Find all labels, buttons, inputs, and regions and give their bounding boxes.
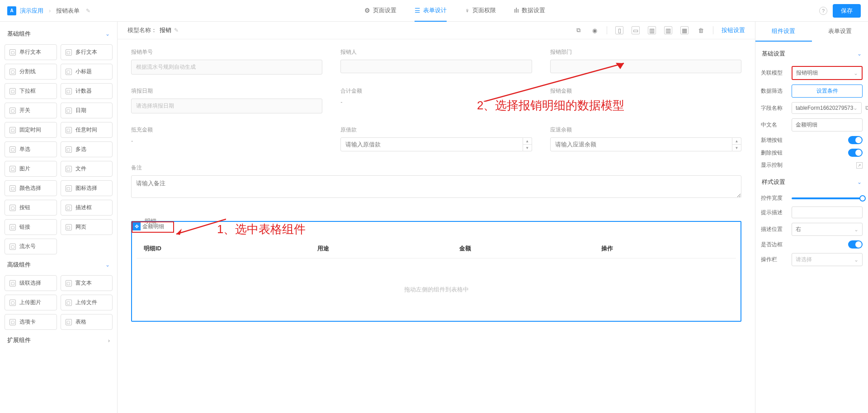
component-item[interactable]: ▢多选 — [61, 141, 113, 157]
nav-form-design[interactable]: ☰表单设计 — [415, 0, 447, 22]
number-input[interactable] — [550, 137, 732, 151]
preview-icon[interactable]: ◉ — [590, 26, 599, 34]
field-input[interactable] — [340, 60, 532, 73]
component-item[interactable]: ▢链接 — [5, 219, 57, 235]
component-item[interactable]: ▢上传文件 — [61, 295, 113, 310]
width-slider[interactable] — [792, 197, 863, 199]
copy-icon[interactable]: ⧉ — [865, 104, 868, 112]
component-item[interactable]: ▢单行文本 — [5, 44, 57, 60]
model-select[interactable]: 报销明细⌄ — [792, 66, 863, 80]
group-advanced[interactable]: 高级组件⌄ — [5, 257, 113, 272]
field-reimburse[interactable]: 报销金额- — [550, 87, 741, 113]
field-dept[interactable]: 报销部门 — [550, 48, 741, 75]
component-item[interactable]: ▢计数器 — [61, 83, 113, 99]
field-label: 应退余额 — [550, 126, 741, 134]
switch-toggle[interactable] — [848, 149, 863, 157]
opbar-select[interactable]: 请选择⌄ — [792, 253, 863, 266]
up-icon[interactable]: ▲ — [523, 138, 532, 145]
switch-toggle[interactable] — [848, 240, 863, 249]
field-person[interactable]: 报销人 — [340, 48, 532, 75]
component-item[interactable]: ▢固定时间 — [5, 122, 57, 138]
field-remark[interactable]: 备注 — [131, 164, 741, 199]
component-item[interactable]: ▢单选 — [5, 141, 57, 157]
switch-toggle[interactable] — [848, 136, 863, 144]
component-item[interactable]: ▢上传图片 — [5, 295, 57, 310]
field-label: 报销人 — [340, 48, 532, 56]
component-item[interactable]: ▢日期 — [61, 103, 113, 118]
field-name-input[interactable]: tableForm16620279573⌄ — [792, 102, 862, 114]
tab-form[interactable]: 表单设置 — [812, 22, 868, 42]
component-item[interactable]: ▢网页 — [61, 219, 113, 235]
field-input[interactable]: 根据流水号规则自动生成 — [131, 60, 322, 75]
tab-component[interactable]: 组件设置 — [755, 22, 812, 42]
component-item[interactable]: ▢图片 — [5, 161, 57, 177]
edit-icon[interactable]: ↗ — [856, 162, 863, 169]
link-icon[interactable]: ⧉ — [574, 26, 582, 34]
field-total[interactable]: 合计金额- — [340, 87, 532, 113]
breadcrumb-app[interactable]: 演示应用 — [20, 7, 43, 15]
component-item[interactable]: ▢开关 — [5, 103, 57, 118]
component-item[interactable]: ▢描述框 — [61, 200, 113, 216]
field-input[interactable] — [550, 60, 741, 73]
table-column-header[interactable]: 操作 — [594, 239, 736, 258]
edit-icon[interactable]: ✎ — [174, 27, 179, 33]
component-item[interactable]: ▢流水号 — [5, 239, 57, 254]
save-button[interactable]: 保存 — [833, 4, 861, 18]
table-column-header[interactable]: 金额 — [452, 239, 594, 258]
layout-5-icon[interactable]: ▦ — [680, 26, 689, 34]
textarea[interactable] — [131, 175, 741, 198]
component-item[interactable]: ▢小标题 — [61, 64, 113, 80]
field-date[interactable]: 填报日期请选择填报日期 — [131, 87, 322, 113]
component-item[interactable]: ▢分割线 — [5, 64, 57, 80]
stepper[interactable]: ▲▼ — [732, 137, 741, 151]
component-item[interactable]: ▢文件 — [61, 161, 113, 177]
table-column-header[interactable]: 明细ID — [137, 239, 310, 258]
section-style[interactable]: 样式设置⌄ — [761, 174, 863, 190]
component-item[interactable]: ▢按钮 — [5, 200, 57, 216]
group-basic[interactable]: 基础组件⌄ — [5, 26, 113, 42]
down-icon[interactable]: ▼ — [523, 145, 532, 151]
edit-icon[interactable]: ✎ — [86, 8, 90, 14]
table-column-header[interactable]: 用途 — [310, 239, 452, 258]
layout-2-icon[interactable]: ▭ — [632, 26, 640, 34]
number-input[interactable] — [340, 137, 523, 151]
cn-name-input[interactable]: 金额明细 — [792, 118, 863, 131]
button-config[interactable]: 按钮设置 — [722, 26, 745, 34]
component-label: 开关 — [19, 107, 30, 114]
down-icon[interactable]: ▼ — [732, 145, 741, 151]
component-item[interactable]: ▢多行文本 — [61, 44, 113, 60]
component-item[interactable]: ▢颜色选择 — [5, 180, 57, 196]
delete-icon[interactable]: 🗑 — [697, 26, 705, 34]
component-item[interactable]: ▢级联选择 — [5, 275, 57, 291]
component-icon: ▢ — [66, 146, 72, 153]
breadcrumb: A 演示应用 › 报销表单 ✎ — [7, 6, 90, 15]
nav-page-settings[interactable]: ⚙页面设置 — [364, 0, 396, 22]
table-component[interactable]: ✥ 金额明细 明细ID用途金额操作 拖动左侧的组件到表格中 — [131, 221, 741, 322]
help-icon[interactable]: ? — [819, 7, 827, 15]
nav-page-permission[interactable]: ♀页面权限 — [465, 0, 496, 22]
section-basic[interactable]: 基础设置⌄ — [761, 46, 863, 61]
select-value: 报销明细 — [796, 69, 818, 77]
field-order-no[interactable]: 报销单号根据流水号规则自动生成 — [131, 48, 322, 75]
component-item[interactable]: ▢图标选择 — [61, 180, 113, 196]
component-item[interactable]: ▢富文本 — [61, 275, 113, 291]
filter-button[interactable]: 设置条件 — [792, 84, 863, 98]
field-input[interactable]: 请选择填报日期 — [131, 99, 322, 113]
component-item[interactable]: ▢任意时间 — [61, 122, 113, 138]
field-offset[interactable]: 抵充金额- — [131, 126, 322, 151]
stepper[interactable]: ▲▼ — [523, 137, 532, 151]
up-icon[interactable]: ▲ — [732, 138, 741, 145]
field-loan[interactable]: 原借款▲▼ — [340, 126, 532, 151]
move-icon[interactable]: ✥ — [132, 222, 141, 230]
nav-data-settings[interactable]: ılı数据设置 — [514, 0, 545, 22]
component-item[interactable]: ▢下拉框 — [5, 83, 57, 99]
layout-1-icon[interactable]: ▯ — [615, 26, 623, 34]
field-refund[interactable]: 应退余额▲▼ — [550, 126, 741, 151]
component-item[interactable]: ▢选项卡 — [5, 314, 57, 330]
group-extend[interactable]: 扩展组件› — [5, 333, 113, 348]
component-item[interactable]: ▢表格 — [61, 314, 113, 330]
layout-4-icon[interactable]: ▥ — [664, 26, 672, 34]
hint-input[interactable] — [792, 206, 863, 218]
layout-3-icon[interactable]: ▥ — [648, 26, 656, 34]
position-select[interactable]: 右⌄ — [792, 223, 863, 236]
